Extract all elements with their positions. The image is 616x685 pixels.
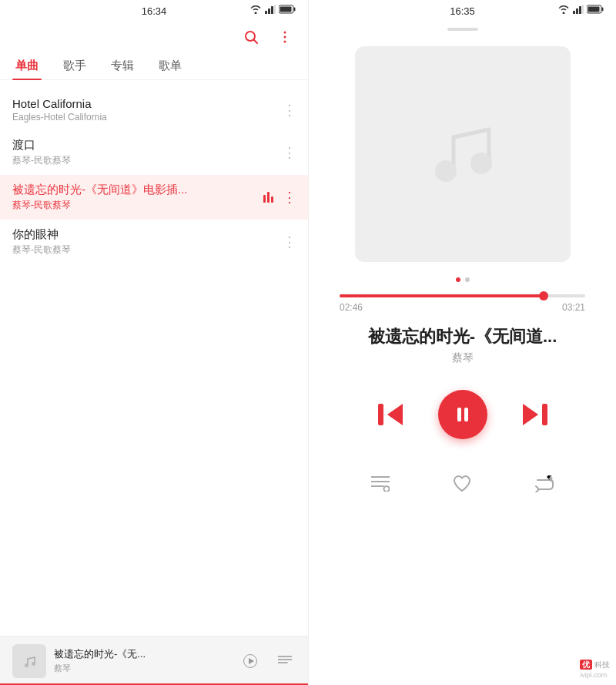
- song-sub: 蔡琴-民歌蔡琴: [12, 154, 276, 167]
- right-panel: 16:35: [308, 0, 616, 685]
- svg-rect-5: [294, 8, 296, 12]
- mini-album-art: [12, 644, 46, 678]
- song-more-icon[interactable]: ⋮: [283, 235, 296, 249]
- mini-info: 被遗忘的时光-《无... 蔡琴: [54, 647, 239, 674]
- next-button[interactable]: [518, 398, 552, 431]
- progress-thumb: [539, 291, 548, 301]
- song-title: 渡口: [12, 138, 276, 153]
- page-dot-1: [456, 277, 460, 282]
- svg-point-37: [384, 486, 390, 492]
- playlist-action-button[interactable]: [363, 467, 397, 501]
- progress-bar[interactable]: [340, 294, 585, 297]
- svg-rect-33: [542, 404, 547, 425]
- tab-artist[interactable]: 歌手: [60, 52, 89, 79]
- svg-rect-21: [579, 6, 581, 14]
- song-info: 渡口 蔡琴-民歌蔡琴: [12, 138, 276, 167]
- svg-rect-24: [602, 8, 604, 12]
- tab-album[interactable]: 专辑: [108, 52, 137, 79]
- svg-rect-1: [268, 8, 270, 14]
- pause-icon: [454, 405, 472, 424]
- song-more-icon[interactable]: ⋮: [283, 103, 296, 117]
- previous-button[interactable]: [373, 398, 407, 431]
- heart-action-button[interactable]: [445, 467, 479, 501]
- svg-rect-20: [576, 8, 578, 14]
- svg-rect-6: [280, 7, 292, 12]
- svg-rect-29: [378, 404, 383, 425]
- song-sub: 蔡琴-民歌蔡琴: [12, 243, 276, 257]
- svg-point-10: [284, 36, 286, 39]
- drag-handle-bar: [447, 28, 478, 31]
- wifi-icon: [249, 5, 262, 14]
- song-title: Hotel California: [12, 97, 276, 110]
- song-actions: ⋮: [283, 146, 296, 159]
- search-icon: [243, 29, 259, 45]
- song-sub: 蔡琴-民歌蔡琴: [12, 199, 257, 212]
- more-icon: [277, 29, 293, 45]
- next-icon: [523, 404, 547, 425]
- eq-bar-3: [271, 196, 273, 203]
- svg-marker-32: [523, 404, 538, 425]
- svg-point-11: [284, 41, 286, 43]
- play-pause-button[interactable]: [438, 390, 487, 439]
- song-title: 你的眼神: [12, 227, 276, 242]
- play-icon: [243, 654, 257, 668]
- progress-section[interactable]: 02:46 03:21: [309, 294, 616, 313]
- player-drag-handle: [309, 22, 616, 37]
- song-sub: Eagles-Hotel California: [12, 112, 276, 123]
- bottom-actions: [309, 455, 616, 519]
- svg-rect-19: [573, 11, 575, 14]
- tabs-row: 单曲 歌手 专辑 歌单: [0, 52, 308, 80]
- tab-single[interactable]: 单曲: [12, 52, 42, 79]
- mini-artist: 蔡琴: [54, 663, 239, 674]
- mini-controls: [239, 650, 296, 673]
- time-left: 16:34: [142, 5, 167, 17]
- svg-point-26: [435, 160, 457, 182]
- time-right: 16:35: [450, 5, 475, 17]
- svg-point-9: [284, 32, 286, 34]
- mini-player[interactable]: 被遗忘的时光-《无... 蔡琴: [0, 636, 308, 685]
- player-song-title: 被遗忘的时光-《无间道...: [309, 313, 616, 351]
- svg-rect-31: [464, 408, 468, 421]
- player-controls: [309, 378, 616, 455]
- repeat-icon: [534, 475, 554, 492]
- svg-marker-15: [249, 658, 254, 664]
- more-button[interactable]: [274, 26, 296, 48]
- song-more-icon[interactable]: ⋮: [283, 190, 296, 204]
- album-art: [355, 46, 571, 262]
- song-info: 被遗忘的时光-《无间道》电影插... 蔡琴-民歌蔡琴: [12, 183, 257, 212]
- signal-icon: [265, 5, 276, 14]
- eq-bar-2: [267, 192, 270, 203]
- music-note-icon: [21, 653, 38, 670]
- list-item[interactable]: Hotel California Eagles-Hotel California…: [0, 89, 308, 130]
- list-item[interactable]: 渡口 蔡琴-民歌蔡琴 ⋮: [0, 130, 308, 175]
- song-more-icon[interactable]: ⋮: [283, 146, 296, 159]
- svg-point-27: [470, 153, 492, 174]
- song-info: Hotel California Eagles-Hotel California: [12, 97, 276, 123]
- list-item[interactable]: 你的眼神 蔡琴-民歌蔡琴 ⋮: [0, 220, 308, 264]
- svg-rect-22: [582, 5, 584, 14]
- song-actions: ⋮: [283, 235, 296, 249]
- search-button[interactable]: [240, 26, 262, 48]
- player-artist: 蔡琴: [309, 351, 616, 378]
- album-music-note-icon: [424, 116, 501, 193]
- battery-icon: [279, 5, 296, 14]
- progress-fill: [340, 294, 544, 297]
- status-icons-right: [557, 5, 604, 14]
- previous-icon: [378, 404, 403, 425]
- svg-line-8: [254, 40, 258, 44]
- song-info: 你的眼神 蔡琴-民歌蔡琴: [12, 227, 276, 257]
- mini-play-button[interactable]: [239, 650, 262, 673]
- playlist-icon: [278, 656, 292, 667]
- signal-icon-right: [573, 5, 584, 14]
- mini-playlist-button[interactable]: [274, 650, 296, 672]
- svg-rect-3: [274, 5, 276, 14]
- svg-rect-2: [271, 6, 273, 14]
- tab-playlist[interactable]: 歌单: [156, 52, 185, 79]
- album-art-container: [309, 37, 616, 271]
- top-bar-left: [0, 22, 308, 52]
- repeat-action-button[interactable]: [527, 467, 561, 501]
- svg-point-12: [25, 663, 28, 667]
- list-item[interactable]: 被遗忘的时光-《无间道》电影插... 蔡琴-民歌蔡琴 ⋮: [0, 175, 308, 220]
- watermark: 优 科技 ivipi.com: [580, 660, 610, 679]
- status-bar-right: 16:35: [309, 0, 616, 22]
